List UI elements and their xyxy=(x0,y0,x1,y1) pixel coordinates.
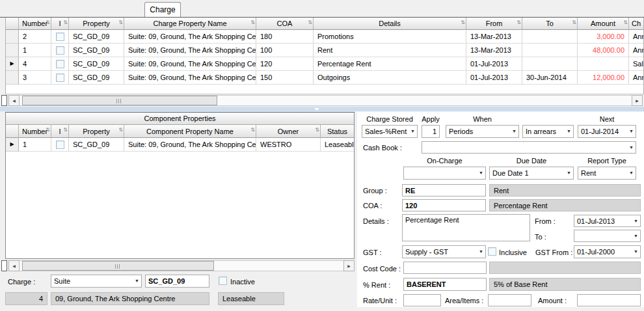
chevron-down-icon: ▼ xyxy=(135,278,139,284)
col-header-status[interactable]: Status xyxy=(321,125,354,138)
cell-name: Suite: 09, Ground, The Ark Shopping Cen xyxy=(124,30,256,44)
scrollbar-thumb[interactable] xyxy=(22,96,217,105)
col-header-amount[interactable]: Amount⇅ xyxy=(578,18,629,30)
charge-stored-label: Charge Stored xyxy=(362,115,418,123)
to-date-combo[interactable]: ▼ xyxy=(574,230,641,242)
col-header-component-property-name[interactable]: Component Property Name⇅ xyxy=(124,125,256,138)
scroll-right-button[interactable]: ▶ xyxy=(632,95,643,106)
col-header-label: I xyxy=(59,128,60,135)
charge-grid-hscrollbar[interactable]: ◀ ▶ xyxy=(1,95,643,106)
charge-code-field[interactable]: SC_GD_09 xyxy=(145,275,209,288)
coa-field[interactable]: 120 xyxy=(402,199,486,211)
sort-icon[interactable]: ⇅ xyxy=(250,20,255,25)
scroll-right-button[interactable]: ▶ xyxy=(343,260,355,271)
charge-type-combo[interactable]: Suite ▼ xyxy=(51,275,142,288)
gst-from-date-value: 01-Jul-2000 xyxy=(577,248,615,256)
cell-checkbox[interactable] xyxy=(51,138,69,152)
col-header-coa[interactable]: COA⇅ xyxy=(256,18,314,30)
splitter-collapse-icon[interactable] xyxy=(314,108,319,111)
amount-field[interactable] xyxy=(577,294,641,306)
checkbox[interactable] xyxy=(56,46,64,55)
scrollbar-thumb[interactable] xyxy=(22,261,214,271)
col-header-owner[interactable]: Owner⇅ xyxy=(256,125,321,138)
col-header-property[interactable]: Property⇅ xyxy=(69,18,124,30)
due-date-combo[interactable]: Due Date 1 ▼ xyxy=(489,167,574,180)
from-date-combo[interactable]: 01-Jul-2013 ▼ xyxy=(574,215,641,227)
sort-icon[interactable]: ⇅ xyxy=(572,20,576,25)
checkbox[interactable] xyxy=(56,74,64,82)
checkbox[interactable] xyxy=(56,141,64,149)
charge-stored-combo[interactable]: Sales-%Rent ▼ xyxy=(362,125,418,138)
sort-icon[interactable]: ⇅ xyxy=(118,20,123,25)
scrollbar-pane-splitbox[interactable] xyxy=(1,260,7,271)
next-date-combo[interactable]: 01-Jul-2014 ▼ xyxy=(578,125,636,138)
apply-field[interactable]: 1 xyxy=(422,125,440,138)
table-row[interactable]: 2 SC_GD_09 Suite: 09, Ground, The Ark Sh… xyxy=(6,30,643,44)
row-selector[interactable] xyxy=(6,71,19,85)
percent-rent-field[interactable]: BASERENT xyxy=(403,278,487,291)
scrollbar-track[interactable] xyxy=(20,95,632,106)
sort-icon[interactable]: ⇅ xyxy=(63,20,68,25)
tab-charge[interactable]: Charge xyxy=(144,2,181,17)
cell-checkbox[interactable] xyxy=(51,30,69,44)
cell-checkbox[interactable] xyxy=(51,57,69,71)
cell-to xyxy=(522,30,578,44)
sort-icon[interactable]: ⇅ xyxy=(315,128,319,133)
table-row-current[interactable]: ▶ 4 SC_GD_09 Suite: 09, Ground, The Ark … xyxy=(6,57,643,71)
when-period-combo[interactable]: Periods ▼ xyxy=(446,125,519,138)
inactive-checkbox[interactable] xyxy=(219,277,227,285)
sort-icon[interactable]: ⇅ xyxy=(623,20,628,25)
table-row[interactable]: 3 SC_GD_09 Suite: 09, Ground, The Ark Sh… xyxy=(6,71,643,85)
when-arrears-combo[interactable]: In arrears ▼ xyxy=(522,125,574,138)
sort-icon[interactable]: ⇅ xyxy=(46,20,50,25)
col-header-charge-property-name[interactable]: Charge Property Name⇅ xyxy=(124,18,256,30)
col-header-number[interactable]: Number⇅ xyxy=(19,18,51,30)
scroll-left-button[interactable]: ◀ xyxy=(8,95,20,106)
col-header-i[interactable]: I⇅ xyxy=(51,18,69,30)
col-header-property[interactable]: Property⇅ xyxy=(69,125,124,138)
scroll-left-button[interactable]: ◀ xyxy=(8,260,20,271)
on-charge-combo[interactable]: ▼ xyxy=(403,167,486,180)
row-selector-current[interactable]: ▶ xyxy=(6,57,19,71)
cell-checkbox[interactable] xyxy=(51,44,69,57)
cell-amount: 48,000.00 xyxy=(578,44,629,57)
sort-icon[interactable]: ⇅ xyxy=(118,128,123,133)
cost-code-field[interactable] xyxy=(403,262,487,274)
col-header-from[interactable]: From⇅ xyxy=(466,18,522,30)
col-header-details[interactable]: Details⇅ xyxy=(314,18,466,30)
inclusive-checkbox[interactable] xyxy=(488,247,496,256)
scrollbar-pane-splitbox[interactable] xyxy=(1,95,7,106)
horizontal-splitter[interactable] xyxy=(0,106,644,111)
table-row-current[interactable]: ▶ 1 SC_GD_09 Suite: 09, Ground, The Ark … xyxy=(6,138,354,152)
col-header-number[interactable]: Number⇅ xyxy=(19,125,51,138)
col-header-label: Number xyxy=(22,128,47,135)
sort-icon[interactable]: ⇅ xyxy=(46,128,50,133)
row-selector[interactable] xyxy=(6,30,19,44)
cash-book-combo[interactable]: ▼ xyxy=(422,141,636,154)
col-header-to[interactable]: To⇅ xyxy=(522,18,578,30)
sort-icon[interactable]: ⇅ xyxy=(461,20,465,25)
cell-from: 01-Jul-2013 xyxy=(466,57,522,71)
sort-icon[interactable]: ⇅ xyxy=(517,20,521,25)
checkbox[interactable] xyxy=(56,60,64,68)
scrollbar-track[interactable] xyxy=(20,260,343,271)
checkbox[interactable] xyxy=(56,33,64,41)
table-row[interactable]: 1 SC_GD_09 Suite: 09, Ground, The Ark Sh… xyxy=(6,44,643,57)
cell-from: 01-Jul-2013 xyxy=(466,71,522,85)
rate-unit-field[interactable] xyxy=(403,294,441,306)
sort-icon[interactable]: ⇅ xyxy=(63,128,68,133)
col-header-i[interactable]: I⇅ xyxy=(51,125,69,138)
gst-combo[interactable]: Supply - GST ▼ xyxy=(402,245,486,258)
component-grid-hscrollbar[interactable]: ◀ ▶ xyxy=(1,260,355,271)
group-field[interactable]: RE xyxy=(402,184,486,196)
row-selector-current[interactable]: ▶ xyxy=(6,138,19,152)
area-items-field[interactable] xyxy=(488,294,531,306)
sort-icon[interactable]: ⇅ xyxy=(308,20,312,25)
row-selector[interactable] xyxy=(6,44,19,57)
report-type-combo[interactable]: Rent ▼ xyxy=(578,167,636,180)
gst-from-date-combo[interactable]: 01-Jul-2000 ▼ xyxy=(574,245,641,258)
details-textarea[interactable]: Percentage Rent xyxy=(402,214,530,241)
col-header-ch[interactable]: Ch xyxy=(629,18,643,30)
cell-checkbox[interactable] xyxy=(51,71,69,85)
sort-icon[interactable]: ⇅ xyxy=(250,128,255,133)
